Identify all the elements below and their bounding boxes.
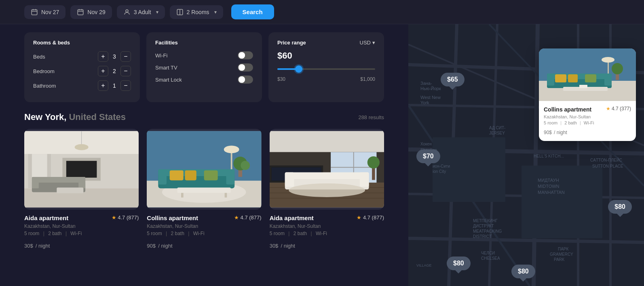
facilities-title: Facilities — [155, 40, 253, 46]
map-popup-card[interactable]: Collins apartment ★ 4.7 (377) Kazakhstan… — [539, 48, 636, 141]
bedroom-plus-btn[interactable]: + — [98, 66, 108, 76]
currency-chevron: ▾ — [372, 40, 375, 46]
search-button[interactable]: Search — [231, 4, 274, 19]
svg-rect-122 — [555, 74, 566, 82]
bathroom-plus-btn[interactable]: + — [98, 80, 108, 91]
checkout-picker[interactable]: Nov 29 — [70, 5, 112, 19]
currency-selector[interactable]: USD ▾ — [360, 40, 375, 46]
svg-rect-121 — [604, 74, 612, 86]
bathroom-value: 1 — [112, 82, 117, 89]
beds-row: Beds + 3 − — [33, 51, 131, 62]
svg-text:JERSEY: JERSEY — [489, 131, 505, 135]
svg-text:PARK: PARK — [554, 257, 565, 262]
wifi-toggle[interactable] — [238, 51, 253, 59]
price-title: Price range — [277, 40, 306, 46]
person-icon — [123, 8, 131, 16]
popup-rating: ★ 4.7 (377) — [606, 106, 631, 111]
apartment-info-1: Aida apartment ★ 4.7 (877) — [24, 214, 139, 222]
svg-text:York: York — [420, 100, 429, 105]
bedroom-minus-btn[interactable]: − — [120, 66, 131, 76]
svg-point-63 — [289, 183, 365, 197]
svg-rect-126 — [579, 85, 587, 88]
svg-rect-61 — [285, 172, 294, 187]
facilities-card: Facilities Wi-Fi Smart TV Smart Lock — [146, 32, 262, 102]
rooms-picker[interactable]: 2 Rooms ▾ — [170, 5, 223, 19]
price-slider[interactable] — [277, 65, 375, 73]
country-name: United States — [69, 112, 126, 122]
map-panel: Зана- Нью-Йорк West New York Хокен Shawk… — [408, 24, 644, 286]
svg-text:ион-Сити: ион-Сити — [433, 164, 450, 168]
map-popup-body: Collins apartment ★ 4.7 (377) Kazakhstan… — [539, 101, 636, 141]
apartment-info-2: Collins apartment ★ 4.7 (877) — [147, 214, 261, 222]
svg-text:CHELSEA: CHELSEA — [481, 256, 500, 261]
apartment-image-3 — [270, 129, 384, 210]
calendar-icon — [31, 8, 38, 16]
popup-price: 90$ / night — [544, 128, 631, 136]
price-bubble-80-bottom-left[interactable]: $80 — [447, 257, 471, 270]
price-bubble-70[interactable]: $70 — [416, 149, 440, 163]
svg-rect-123 — [568, 74, 578, 82]
bedroom-counter: + 2 − — [98, 66, 131, 76]
svg-rect-19 — [66, 161, 97, 178]
svg-rect-62 — [360, 172, 369, 187]
apt-name-3: Aida apartment — [270, 214, 314, 221]
filter-row: Rooms & beds Beds + 3 − Bedroom + 2 − — [24, 32, 384, 102]
top-bar: Nov 27 Nov 29 3 Adult ▾ 2 Rooms ▾ Search — [0, 0, 644, 24]
svg-point-65 — [367, 156, 379, 168]
room-illustration-2 — [147, 129, 261, 210]
price-bubble-65[interactable]: $65 — [441, 73, 465, 86]
svg-text:МИДТАУН: МИДТАУН — [538, 178, 559, 183]
bedroom-row: Bedroom + 2 − — [33, 66, 131, 76]
wifi-row: Wi-Fi — [155, 51, 253, 59]
svg-point-35 — [241, 161, 250, 170]
price-labels: $30 $1,000 — [277, 76, 375, 82]
svg-rect-4 — [78, 10, 84, 15]
price-bubble-80-bottom-mid[interactable]: $80 — [511, 265, 535, 278]
svg-text:West New: West New — [420, 95, 441, 100]
popup-star-icon: ★ — [606, 106, 610, 111]
apt-features-2: 5 room | 2 bath | Wi-Fi — [147, 231, 261, 236]
svg-text:CAТTON-ПЛЕЙС: CAТTON-ПЛЕЙС — [590, 158, 622, 162]
calendar-icon-2 — [77, 8, 84, 16]
svg-point-8 — [126, 10, 128, 12]
price-card: Price range USD ▾ $60 $30 $1,000 — [268, 32, 384, 102]
location-heading: 288 results New York, United States — [24, 112, 384, 122]
beds-plus-btn[interactable]: + — [98, 51, 108, 62]
price-header: Price range USD ▾ — [277, 40, 375, 46]
apartment-card-1[interactable]: Aida apartment ★ 4.7 (877) Kazakhstan, N… — [24, 129, 139, 250]
apartment-card-3[interactable]: Aida apartment ★ 4.7 (877) Kazakhstan, N… — [270, 129, 384, 250]
room-illustration-1 — [24, 129, 139, 210]
smarttv-toggle[interactable] — [238, 63, 253, 72]
price-bubble-80-right[interactable]: $80 — [608, 200, 632, 214]
svg-rect-45 — [225, 193, 227, 198]
svg-rect-22 — [32, 177, 39, 188]
svg-text:Хокен: Хокен — [420, 142, 432, 146]
svg-rect-0 — [32, 10, 37, 15]
svg-text:АД СИТ-: АД СИТ- — [489, 126, 505, 130]
popup-location: Kazakhstan, Nur-Sultan — [544, 114, 631, 119]
svg-rect-41 — [185, 170, 196, 181]
svg-text:Нью-Йорк: Нью-Йорк — [420, 86, 441, 91]
apt-features-1: 5 room | 2 bath | Wi-Fi — [24, 231, 139, 236]
star-icon-3: ★ — [357, 214, 361, 221]
smartlock-toggle[interactable] — [238, 76, 253, 84]
bedroom-label: Bedroom — [33, 68, 55, 74]
svg-text:DISTRICT: DISTRICT — [473, 234, 492, 239]
city-name: New York, — [24, 112, 66, 122]
svg-rect-38 — [158, 169, 167, 185]
slider-thumb[interactable] — [295, 65, 302, 73]
apt-rating-3: ★ 4.7 (877) — [357, 214, 384, 221]
apartment-card-2[interactable]: Collins apartment ★ 4.7 (877) Kazakhstan… — [147, 129, 261, 250]
apt-location-3: Kazakhstan, Nur-Sultan — [270, 223, 384, 229]
svg-rect-23 — [78, 177, 85, 188]
rooms-beds-card: Rooms & beds Beds + 3 − Bedroom + 2 − — [24, 32, 140, 102]
bathroom-minus-btn[interactable]: − — [120, 80, 131, 91]
beds-counter: + 3 − — [98, 51, 131, 62]
svg-rect-39 — [226, 169, 235, 185]
wifi-label: Wi-Fi — [155, 53, 167, 59]
guests-picker[interactable]: 3 Adult ▾ — [117, 5, 165, 19]
main-content: Rooms & beds Beds + 3 − Bedroom + 2 − — [0, 24, 644, 286]
checkin-picker[interactable]: Nov 27 — [24, 5, 65, 19]
beds-minus-btn[interactable]: − — [120, 51, 131, 62]
svg-rect-60 — [285, 172, 369, 179]
